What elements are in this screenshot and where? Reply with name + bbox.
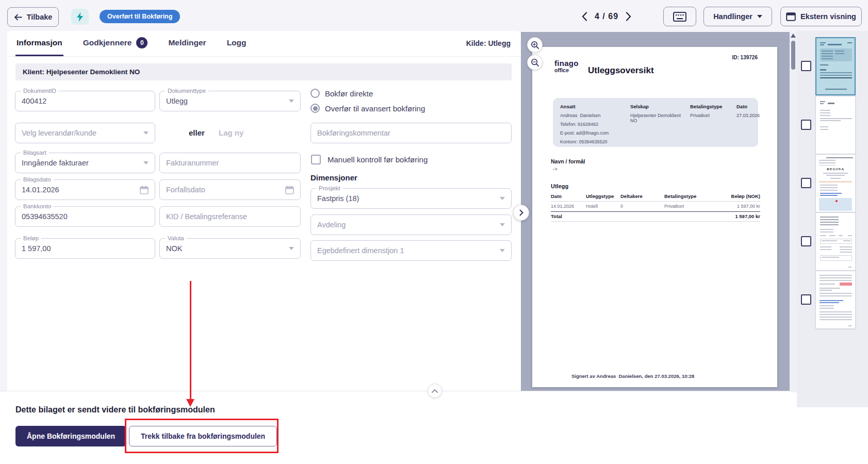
checkbox-icon[interactable] — [311, 155, 321, 164]
dato-header: Dato — [736, 104, 760, 109]
eller-text: eller — [189, 128, 205, 137]
chevron-down-icon — [757, 15, 762, 18]
document-id: ID: 139726 — [732, 55, 758, 60]
bilagsdato-value: 14.01.2026 — [22, 186, 140, 194]
radio-overfor-avansert[interactable]: Overfør til avansert bokføring — [310, 104, 425, 113]
tab-informasjon-label: Informasjon — [17, 38, 62, 47]
scrollbar-thumb[interactable] — [791, 41, 795, 70]
prev-page-button[interactable] — [582, 12, 587, 21]
calendar-icon[interactable] — [140, 186, 149, 194]
thumbnail-2-checkbox[interactable] — [801, 120, 811, 130]
radio-bokfor-direkte[interactable]: Bokfør direkte — [310, 89, 373, 98]
belop-label: Beløp — [21, 235, 41, 242]
thumbnail-2[interactable] — [815, 96, 856, 154]
cell-belop: 1 597,00 kr — [717, 204, 760, 209]
handlinger-menu-button[interactable]: Handlinger — [703, 7, 772, 26]
bankkonto-field[interactable]: Bankkonto 05394635520 — [15, 206, 155, 227]
thumbnail-1-selected[interactable] — [815, 37, 856, 95]
ansatt-header: Ansatt — [560, 104, 628, 109]
next-page-button[interactable] — [626, 12, 631, 21]
tab-meldinger-label: Meldinger — [168, 38, 206, 47]
logo-finago-text: finago — [554, 59, 579, 67]
thumbnail-4-checkbox[interactable] — [801, 236, 811, 246]
belop-field[interactable]: Beløp 1 597,00 — [15, 238, 155, 259]
col-dato: Dato — [551, 193, 586, 199]
kid-placeholder: KID / Betalingsreferanse — [166, 212, 294, 221]
bokforingskommentar-input[interactable]: Bokføringskommentar — [310, 123, 512, 143]
valuta-select[interactable]: Valuta NOK — [159, 238, 301, 259]
dokumentid-value: 400412 — [22, 97, 149, 105]
ansatt-phone: Telefon: 91628462 — [560, 122, 628, 127]
zoom-out-button[interactable] — [527, 55, 543, 70]
calendar-icon[interactable] — [285, 186, 294, 194]
utlegg-table: Dato Utleggstype Deltakere Betalingstype… — [551, 193, 760, 222]
thumbnail-3[interactable]: REGINA — [815, 154, 856, 212]
automation-chip — [71, 9, 89, 25]
document-form-panel: Informasjon Godkjennere 0 Meldinger Logg… — [7, 31, 521, 391]
egendefinert-dimensjon-select[interactable]: Egebdefinert dimenstjon 1 — [310, 240, 512, 261]
cell-deltakere: 0 — [620, 204, 664, 209]
bilagsdato-label: Bilagsdato — [21, 176, 54, 183]
handlinger-label: Handlinger — [713, 12, 752, 21]
document-page[interactable]: finago office Utleggsoversikt ID: 139726… — [532, 47, 777, 387]
back-button[interactable]: Tilbake — [7, 7, 59, 27]
avdeling-placeholder: Avdeling — [317, 221, 496, 229]
open-bokforingsmodul-button[interactable]: Åpne Bokføringsmodulen — [15, 426, 126, 446]
manuell-kontroll-checkbox-row[interactable]: Manuell kontroll før bokføring — [311, 155, 428, 164]
thumbnail-3-checkbox[interactable] — [801, 178, 811, 188]
col-deltakere: Deltakere — [620, 193, 664, 199]
dato-value: 27.03.2026 — [736, 113, 760, 118]
ekstern-visning-label: Ekstern visning — [800, 12, 856, 21]
fakturanummer-field[interactable]: Fakturanummer — [159, 153, 301, 173]
radio-icon — [310, 89, 320, 98]
leverandor-placeholder: Velg leverandør/kunde — [22, 129, 139, 137]
cell-betalingstype: Privatkort — [664, 204, 717, 209]
tab-godkjennere[interactable]: Godkjennere 0 — [82, 31, 149, 56]
bilagsdato-field[interactable]: Bilagsdato 14.01.2026 — [15, 179, 155, 200]
total-value: 1 597,00 kr — [717, 213, 760, 219]
thumbnail-5-checkbox[interactable] — [801, 294, 811, 305]
leverandor-select[interactable]: Velg leverandør/kunde — [15, 123, 155, 143]
belop-value: 1 597,00 — [22, 244, 149, 253]
magnifier-plus-icon — [531, 41, 539, 49]
tab-informasjon[interactable]: Informasjon — [15, 31, 63, 56]
dokumenttype-select[interactable]: Dokumenttype Utlegg — [159, 91, 301, 111]
bankkonto-label: Bankkonto — [21, 203, 54, 210]
avdeling-select[interactable]: Avdeling — [310, 214, 512, 235]
forfallsdato-field[interactable]: Forfallsdato — [159, 179, 301, 200]
prosjekt-select[interactable]: Prosjekt Fastpris (18) — [310, 188, 512, 209]
ansatt-email: E-post: ad@finago.com — [560, 130, 628, 136]
betalingstype-value: Privatkort — [690, 113, 734, 118]
dato-column: Dato 27.03.2026 — [736, 104, 760, 148]
radio-selected-icon — [310, 104, 320, 113]
logo-office-text: office — [554, 68, 579, 73]
thumbnail-5[interactable] — [815, 271, 856, 329]
highlighted-amount — [840, 283, 852, 286]
back-label: Tilbake — [27, 13, 53, 21]
bilagsart-select[interactable]: Bilagsart Inngående fakturaer — [15, 153, 155, 173]
valuta-label: Valuta — [165, 235, 187, 242]
radio-overfor-avansert-label: Overfør til avansert bokføring — [325, 104, 425, 113]
collapse-panel-button[interactable] — [428, 384, 442, 398]
tab-godkjennere-label: Godkjennere — [83, 38, 132, 47]
ekstern-visning-button[interactable]: Ekstern visning — [780, 7, 862, 26]
thumbnail-1-checkbox[interactable] — [801, 61, 811, 71]
navn-formal-value: -> — [553, 166, 558, 172]
expand-preview-button[interactable] — [513, 205, 529, 221]
page-thumbnails-pane: REGINA — [797, 31, 868, 407]
tab-logg-label: Logg — [227, 38, 247, 47]
thumbnail-4[interactable] — [815, 212, 856, 271]
keyboard-shortcuts-button[interactable] — [663, 7, 696, 26]
document-title: Utleggsoversikt — [588, 65, 654, 76]
scroll-up-arrow-icon[interactable] — [791, 34, 796, 38]
tab-logg[interactable]: Logg — [226, 31, 248, 56]
dokumentid-field[interactable]: DokumentID 400412 — [15, 91, 155, 111]
lag-ny-button[interactable]: Lag ny — [219, 128, 243, 137]
kid-field[interactable]: KID / Betalingsreferanse — [159, 206, 301, 227]
keyboard-icon — [673, 12, 686, 22]
total-label: Total — [551, 213, 586, 219]
tab-meldinger[interactable]: Meldinger — [167, 31, 207, 56]
preview-scrollbar[interactable] — [790, 32, 797, 392]
dimensjoner-heading: Dimensjoner — [310, 173, 357, 182]
zoom-in-button[interactable] — [527, 37, 543, 53]
